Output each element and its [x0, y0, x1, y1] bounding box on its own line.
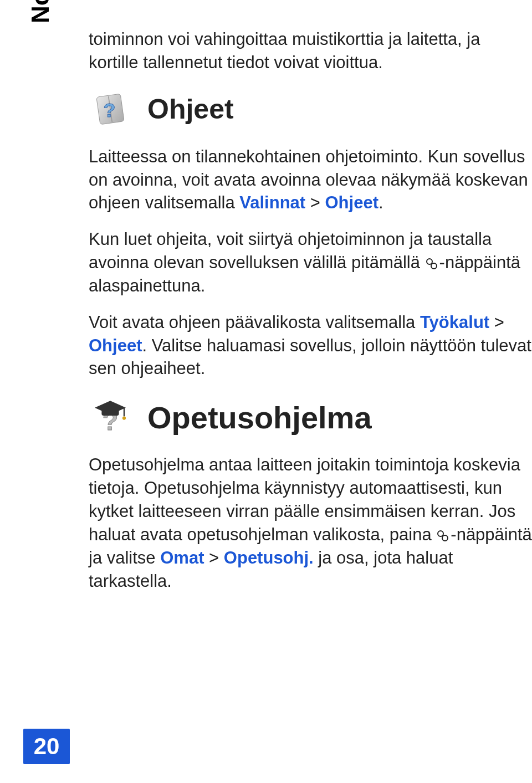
- page-content: toiminnon voi vahingoittaa muistikorttia…: [89, 28, 532, 606]
- help-icon: ?: [89, 88, 132, 131]
- menu-path-omat: Omat: [160, 548, 204, 567]
- menu-path-ohjeet: Ohjeet: [325, 193, 378, 212]
- warning-paragraph: toiminnon voi vahingoittaa muistikorttia…: [89, 28, 532, 74]
- menu-key-icon: [425, 257, 439, 269]
- tutorial-heading-row: ? Opetusohjelma: [89, 396, 532, 439]
- svg-rect-5: [101, 410, 119, 416]
- tutorial-heading: Opetusohjelma: [147, 400, 372, 436]
- page-number: 20: [23, 729, 70, 764]
- svg-text:?: ?: [103, 99, 115, 121]
- help-p2: Kun luet ohjeita, voit siirtyä ohjetoimi…: [89, 228, 532, 298]
- text: >: [305, 193, 325, 212]
- menu-path-opetusohj: Opetusohj.: [224, 548, 314, 567]
- help-heading: Ohjeet: [147, 93, 234, 125]
- help-p3: Voit avata ohjeen päävalikosta valitsema…: [89, 311, 532, 381]
- text: . Valitse haluamasi sovellus, jolloin nä…: [89, 336, 531, 378]
- svg-point-7: [122, 417, 126, 420]
- help-p1: Laitteessa on tilannekohtainen ohjetoimi…: [89, 145, 532, 215]
- text: >: [489, 313, 504, 332]
- menu-path-valinnat: Valinnat: [239, 193, 305, 212]
- section-tab: Nokia N92: [27, 0, 54, 23]
- menu-path-ohjeet-2: Ohjeet: [89, 336, 142, 355]
- menu-path-tyokalut: Työkalut: [420, 313, 489, 332]
- text: .: [378, 193, 383, 212]
- tutorial-icon: ?: [89, 396, 132, 439]
- help-heading-row: ? Ohjeet: [89, 88, 532, 131]
- text: >: [204, 548, 223, 567]
- text: Voit avata ohjeen päävalikosta valitsema…: [89, 313, 420, 332]
- tutorial-p1: Opetusohjelma antaa laitteen joitakin to…: [89, 453, 532, 592]
- menu-key-icon: [436, 529, 451, 541]
